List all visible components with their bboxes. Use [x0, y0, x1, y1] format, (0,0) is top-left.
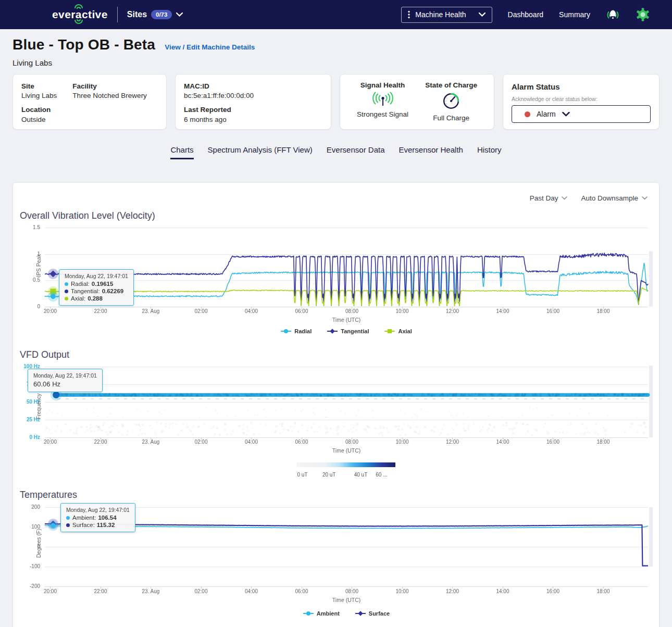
y-axis-title: IPS Peak: [35, 245, 42, 286]
legend-item-ambient[interactable]: Ambient: [303, 610, 340, 617]
alarm-status-hint: Acknowledge or clear status below:: [512, 96, 651, 102]
detail-tabs: Charts Spectrum Analysis (FFT View) Ever…: [0, 145, 672, 159]
x-axis-tick-label: 04:00: [234, 588, 268, 594]
vibration-chart[interactable]: 00.511.520:0022:0023. Aug02:0004:0006:00…: [13, 221, 660, 341]
mac-value: bc:5e:a1:ff:fe:00:0d:00: [184, 91, 322, 101]
x-axis-tick-label: 06:00: [285, 308, 318, 314]
chart-legend: AmbientSurface: [45, 610, 648, 617]
tooltip-timestamp: Monday, Aug 22, 19:47:01: [65, 273, 128, 279]
nav-link-summary[interactable]: Summary: [559, 10, 590, 19]
tooltip-timestamp: Monday, Aug 22, 19:47:01: [66, 507, 130, 513]
settings-gear-icon[interactable]: [636, 7, 650, 22]
everactive-logo[interactable]: everactive: [52, 8, 108, 21]
chart-tooltip: Monday, Aug 22, 19:47:01Radial:0.19615Ta…: [59, 269, 134, 306]
nav-divider: [117, 7, 118, 22]
x-axis-tick-label: 02:00: [184, 439, 218, 445]
x-axis-tick-label: 18:00: [587, 439, 620, 445]
tab-spectrum-analysis[interactable]: Spectrum Analysis (FFT View): [208, 145, 313, 159]
x-axis-tick-label: 12:00: [435, 439, 469, 445]
x-axis-tick-label: 22:00: [84, 439, 117, 445]
alarm-status-card: Alarm Status Acknowledge or clear status…: [503, 74, 659, 130]
x-axis-tick-label: 08:00: [335, 439, 368, 445]
x-axis-tick-label: 08:00: [335, 308, 368, 314]
alarm-status-label: Alarm Status: [512, 82, 651, 92]
y-axis-tick-label: 1.5: [13, 224, 40, 230]
legend-item-tangential[interactable]: Tangential: [327, 328, 369, 334]
colorbar-label: 20 uT: [318, 472, 341, 478]
y-axis-tick-label: 200: [13, 504, 40, 510]
chevron-down-icon: [642, 196, 648, 200]
x-axis-tick-label: 04:00: [234, 308, 268, 314]
edit-machine-details-link[interactable]: View / Edit Machine Details: [165, 43, 255, 51]
last-reported-label: Last Reported: [184, 105, 322, 115]
x-axis-tick-label: 18:00: [587, 308, 620, 314]
legend-item-surface[interactable]: Surface: [355, 610, 390, 617]
view-select[interactable]: Machine Health: [401, 7, 492, 23]
temperatures-chart[interactable]: -200-100010020020:0022:0023. Aug02:0004:…: [13, 500, 660, 621]
x-axis-tick-label: 16:00: [536, 308, 569, 314]
site-info-card: Site Living Labs Location Outside Facili…: [13, 74, 167, 130]
location-value: Outside: [21, 115, 57, 124]
tooltip-value: 60.06 Hz: [33, 380, 97, 388]
x-axis-tick-label: 22:00: [84, 308, 117, 314]
facility-label: Facility: [72, 82, 147, 91]
chevron-down-icon: [176, 12, 183, 17]
alarm-status-select[interactable]: Alarm: [512, 105, 651, 123]
tab-eversensor-data[interactable]: Eversensor Data: [327, 145, 385, 159]
x-axis-title: Time (UTC): [45, 447, 648, 454]
alerts-bell-icon[interactable]: [606, 8, 620, 21]
kebab-icon: [408, 10, 410, 19]
state-of-charge-label: State of Charge: [425, 81, 477, 90]
sites-dropdown[interactable]: Sites 0/73: [127, 10, 183, 19]
x-axis-tick-label: 18:00: [587, 588, 620, 594]
time-range-select[interactable]: Past Day: [530, 194, 568, 202]
device-info-card: MAC:ID bc:5e:a1:ff:fe:00:0d:00 Last Repo…: [175, 74, 331, 130]
y-axis-title: Degrees (F): [35, 522, 42, 564]
chart-title-vfd: VFD Output: [20, 349, 659, 360]
x-axis-tick-label: 02:00: [184, 308, 218, 314]
downsample-select[interactable]: Auto Downsample: [581, 194, 648, 202]
alarm-status-value: Alarm: [537, 110, 556, 118]
logo-arc-icon: [77, 7, 81, 9]
chart-legend: RadialTangentialAxial: [45, 328, 648, 334]
vfd-output-chart[interactable]: 0 Hz25 Hz50 Hz75 Hz100 Hz20:0022:0023. A…: [13, 360, 660, 481]
tab-eversensor-health[interactable]: Eversensor Health: [399, 145, 463, 159]
x-axis-tick-label: 06:00: [285, 588, 318, 594]
legend-item-axial[interactable]: Axial: [384, 328, 412, 334]
x-axis-tick-label: 14:00: [486, 308, 519, 314]
x-axis-tick-label: 02:00: [184, 588, 218, 594]
sites-count-badge: 0/73: [151, 10, 172, 19]
x-axis-tick-label: 16:00: [536, 588, 569, 594]
x-axis-tick-label: 23. Aug: [134, 588, 167, 594]
x-axis-tick-label: 06:00: [285, 439, 318, 445]
x-axis-tick-label: 04:00: [234, 439, 268, 445]
colorbar-label: 40 uT: [350, 472, 372, 478]
tooltip-row: Surface:115.32: [66, 522, 130, 528]
chart-title-vibration: Overall Vibration Level (Velocity): [20, 183, 659, 221]
x-axis-tick-label: 12:00: [435, 308, 469, 314]
nav-link-dashboard[interactable]: Dashboard: [508, 10, 544, 19]
x-axis-tick-label: 14:00: [486, 588, 519, 594]
alarm-red-dot-icon: [525, 111, 530, 117]
last-reported-value: 6 months ago: [184, 115, 322, 124]
tab-charts[interactable]: Charts: [170, 145, 193, 159]
x-axis-tick-label: 16:00: [536, 439, 569, 445]
chart-tooltip: Monday, Aug 22, 19:47:01Ambient:106.54Su…: [60, 503, 135, 532]
x-axis-tick-label: 20:00: [33, 439, 67, 445]
tooltip-row: Ambient:106.54: [66, 515, 130, 521]
colorbar-gradient: [296, 462, 395, 467]
x-axis-tick-label: 12:00: [435, 588, 469, 594]
x-axis-tick-label: 23. Aug: [134, 308, 167, 314]
location-label: Location: [21, 105, 57, 115]
tab-history[interactable]: History: [477, 145, 502, 159]
legend-item-radial[interactable]: Radial: [281, 328, 312, 334]
colorbar-label: 60 ...: [370, 472, 393, 478]
chart-tooltip: Monday, Aug 22, 19:47:0160.06 Hz: [28, 369, 103, 392]
site-subtitle: Living Labs: [13, 58, 659, 67]
x-axis-tick-label: 10:00: [385, 439, 419, 445]
x-axis-title: Time (UTC): [45, 317, 648, 323]
chart-title-temperatures: Temperatures: [20, 490, 659, 500]
chevron-down-icon: [562, 112, 570, 117]
tooltip-timestamp: Monday, Aug 22, 19:47:01: [33, 372, 97, 379]
status-card: Signal Health Strongest Signal State of …: [340, 74, 494, 130]
